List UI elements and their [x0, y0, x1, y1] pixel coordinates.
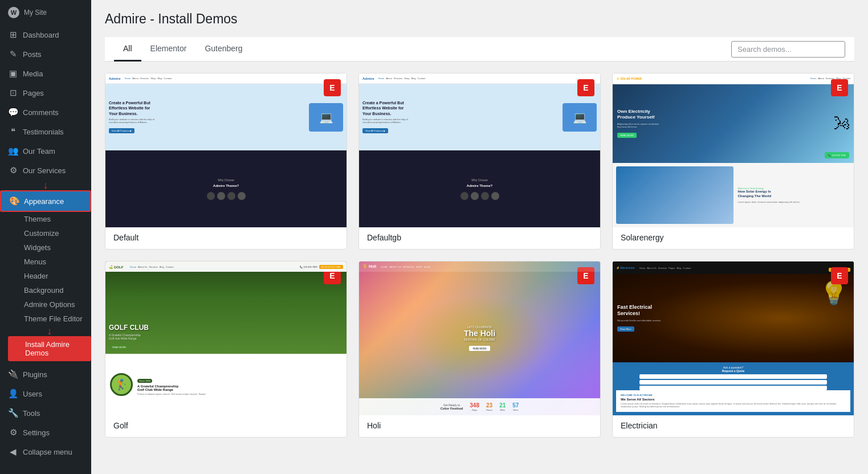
comments-icon: 💬 [8, 107, 18, 117]
sidebar-sub-theme-file-editor[interactable]: Theme File Editor [8, 312, 91, 326]
tab-all[interactable]: All [114, 37, 141, 62]
sidebar-label-users: Users [23, 390, 42, 398]
our-services-icon: ⚙ [8, 165, 18, 175]
sidebar-label-posts: Posts [23, 50, 42, 59]
demo-card-default[interactable]: E Admire Home About Services Shop Blog [105, 73, 347, 250]
posts-icon: ✎ [8, 49, 18, 59]
sidebar-item-plugins[interactable]: 🔌 Plugins [0, 365, 91, 384]
sidebar-item-appearance[interactable]: 🎨 Appearance [0, 190, 91, 212]
sidebar-item-pages[interactable]: ⊡ Pages [0, 83, 91, 103]
sidebar-item-our-team[interactable]: 👥 Our Team [0, 141, 91, 161]
plugins-icon: 🔌 [8, 369, 18, 379]
demo-card-defaultgb[interactable]: E Admire Home About Services Shop Blog C… [358, 73, 601, 250]
sidebar: W My Site ⊞ Dashboard ✎ Posts ▣ Media ⊡ … [0, 0, 91, 474]
sidebar-sub-header[interactable]: Header [8, 269, 91, 283]
pages-icon: ⊡ [8, 88, 18, 98]
elementor-badge-electrician: E [831, 267, 848, 284]
demos-grid: E Admire Home About Services Shop Blog [105, 73, 854, 438]
demo-preview-electrician: E ⚡ Electrician Home About Us Services P… [613, 261, 854, 415]
sidebar-item-dashboard[interactable]: ⊞ Dashboard [0, 25, 91, 44]
demo-title-holi: Holi [359, 415, 600, 437]
elementor-badge-default: E [324, 79, 341, 96]
our-team-icon: 👥 [8, 146, 18, 156]
sidebar-label-our-services: Our Services [23, 166, 66, 175]
sidebar-label-media: Media [23, 70, 43, 78]
sidebar-item-tools[interactable]: 🔧 Tools [0, 403, 91, 423]
sidebar-collapse[interactable]: ◀ Collapse menu [0, 442, 91, 461]
search-container [731, 41, 845, 58]
sidebar-sub-menus[interactable]: Menus [8, 255, 91, 269]
sidebar-label-settings: Settings [23, 428, 50, 437]
sidebar-logo: W My Site [0, 0, 91, 25]
sidebar-label-comments: Comments [23, 108, 59, 117]
sidebar-label-appearance: Appearance [24, 197, 64, 206]
sidebar-sub-admire-options[interactable]: Admire Options [8, 297, 91, 312]
sidebar-item-our-services[interactable]: ⚙ Our Services [0, 161, 91, 180]
demo-card-golf[interactable]: E ⛳ GOLF Home About Us Services Blog Con… [105, 261, 347, 438]
settings-icon: ⚙ [8, 427, 18, 438]
sidebar-sub-install-admire-demos[interactable]: Install Admire Demos [8, 336, 91, 361]
demo-card-solarenergy[interactable]: E ⚡ SOLAR POWER Home About Services Blog… [612, 73, 854, 250]
wordpress-icon: W [8, 7, 19, 18]
elementor-badge-defaultgb: E [577, 79, 594, 96]
demo-title-electrician: Electrician [613, 415, 854, 437]
demo-card-holi[interactable]: E 🎨 Holi HOME ABOUT US SERVICES SHOP BLO… [358, 261, 601, 438]
demo-title-default: Default [105, 227, 347, 249]
search-input[interactable] [731, 41, 845, 58]
sidebar-label-dashboard: Dashboard [23, 31, 59, 39]
tabs-bar: All Elementor Gutenberg [105, 37, 854, 62]
media-icon: ▣ [8, 68, 18, 79]
demo-preview-default: E Admire Home About Services Shop Blog [105, 73, 347, 227]
demo-preview-holi: E 🎨 Holi HOME ABOUT US SERVICES SHOP BLO… [359, 261, 600, 415]
sidebar-item-users[interactable]: 👤 Users [0, 384, 91, 403]
demo-title-defaultgb: Defaultgb [359, 227, 600, 249]
demo-card-electrician[interactable]: E ⚡ Electrician Home About Us Services P… [612, 261, 854, 438]
sidebar-sub-customize[interactable]: Customize [8, 226, 91, 240]
sidebar-item-comments[interactable]: 💬 Comments [0, 103, 91, 122]
demo-title-golf: Golf [105, 415, 347, 437]
tab-elementor[interactable]: Elementor [141, 37, 196, 62]
sidebar-label-our-team: Our Team [23, 147, 55, 156]
demo-preview-golf: E ⛳ GOLF Home About Us Services Blog Con… [105, 261, 347, 415]
arrow-to-install: ↓ [8, 326, 91, 336]
testimonials-icon: ❝ [8, 126, 18, 137]
sidebar-label-testimonials: Testimonials [23, 128, 64, 136]
dashboard-icon: ⊞ [8, 30, 18, 40]
sidebar-label-collapse: Collapse menu [23, 448, 72, 456]
sidebar-label-pages: Pages [23, 89, 44, 97]
sidebar-label-tools: Tools [23, 409, 40, 418]
users-icon: 👤 [8, 389, 18, 399]
site-name: My Site [24, 9, 47, 17]
sidebar-label-plugins: Plugins [23, 370, 47, 379]
collapse-icon: ◀ [8, 447, 18, 457]
elementor-badge-solarenergy: E [831, 79, 848, 96]
tab-gutenberg[interactable]: Gutenberg [195, 37, 251, 62]
sidebar-item-media[interactable]: ▣ Media [0, 64, 91, 83]
appearance-icon: 🎨 [9, 196, 19, 206]
sidebar-sub-themes[interactable]: Themes [8, 212, 91, 226]
demo-preview-defaultgb: E Admire Home About Services Shop Blog C… [359, 73, 600, 227]
appearance-submenu: Themes Customize Widgets Menus Header Ba… [0, 212, 91, 361]
demo-preview-solarenergy: E ⚡ SOLAR POWER Home About Services Blog… [613, 73, 854, 227]
arrow-to-appearance: ↓ [0, 180, 91, 190]
sidebar-sub-background[interactable]: Background [8, 283, 91, 297]
sidebar-item-settings[interactable]: ⚙ Settings [0, 423, 91, 442]
sidebar-item-testimonials[interactable]: ❝ Testimonials [0, 122, 91, 141]
page-title: Admire - Install Demos [105, 11, 854, 27]
demo-title-solarenergy: Solarenergy [613, 227, 854, 249]
main-content: Admire - Install Demos All Elementor Gut… [91, 0, 868, 474]
tools-icon: 🔧 [8, 408, 18, 418]
sidebar-sub-widgets[interactable]: Widgets [8, 240, 91, 255]
sidebar-item-posts[interactable]: ✎ Posts [0, 44, 91, 64]
